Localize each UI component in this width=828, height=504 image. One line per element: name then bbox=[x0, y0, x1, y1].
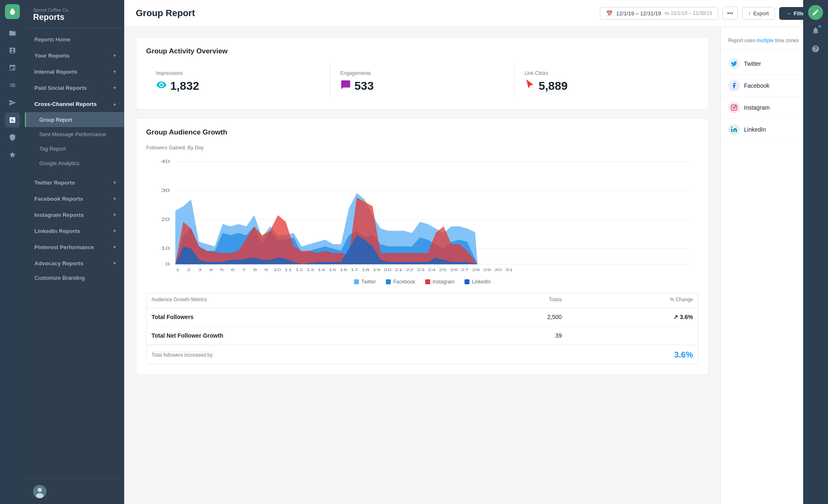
metric-total-net: 39 bbox=[470, 326, 567, 345]
sidebar-item-pinterest[interactable]: Pinterest Performance ▾ bbox=[25, 238, 124, 254]
help-button[interactable] bbox=[808, 41, 823, 56]
app-logo[interactable] bbox=[5, 4, 20, 19]
svg-text:28: 28 bbox=[472, 267, 480, 272]
sidebar-item-your-reports[interactable]: Your Reports ▾ bbox=[25, 47, 124, 63]
chevron-icon: ▾ bbox=[113, 85, 116, 91]
sidebar-item-facebook-reports[interactable]: Facebook Reports ▾ bbox=[25, 190, 124, 206]
engagements-stat: Engagements 533 bbox=[330, 64, 515, 99]
chevron-icon: ▾ bbox=[113, 180, 116, 185]
notification-badge bbox=[818, 25, 821, 28]
legend-linkedin-dot bbox=[465, 279, 469, 284]
user-avatar[interactable] bbox=[33, 485, 46, 498]
stats-row: Impressions 1,832 Engagements bbox=[146, 64, 698, 99]
clicks-label: Link Clicks bbox=[525, 70, 688, 76]
sidebar-item-linkedin-reports[interactable]: LinkedIn Reports ▾ bbox=[25, 222, 124, 238]
svg-text:12: 12 bbox=[295, 267, 303, 272]
svg-text:29: 29 bbox=[483, 267, 491, 272]
rail-folder-icon[interactable] bbox=[5, 26, 20, 41]
page-title: Group Report bbox=[136, 8, 195, 19]
date-range-button[interactable]: 📅 12/1/19 – 12/31/19 vs 11/1/19 – 11/30/… bbox=[600, 7, 718, 20]
notifications-button[interactable] bbox=[808, 23, 823, 38]
sidebar-item-twitter-reports[interactable]: Twitter Reports ▾ bbox=[25, 174, 124, 190]
legend-facebook: Facebook bbox=[386, 279, 415, 285]
legend-twitter-dot bbox=[354, 279, 359, 284]
sidebar-item-google-analytics[interactable]: Google Analytics bbox=[25, 156, 124, 170]
sidebar-item-group-report[interactable]: Group Report bbox=[25, 113, 124, 127]
chevron-icon: ▴ bbox=[113, 101, 116, 107]
svg-point-1 bbox=[38, 488, 42, 492]
rail-pin-icon[interactable] bbox=[5, 60, 20, 75]
chevron-icon: ▾ bbox=[113, 212, 116, 218]
export-button[interactable]: ↑ Export bbox=[742, 7, 775, 20]
metric-name-followers: Total Followers bbox=[147, 308, 470, 326]
rail-chart-icon[interactable] bbox=[5, 113, 20, 127]
header-actions: 📅 12/1/19 – 12/31/19 vs 11/1/19 – 11/30/… bbox=[600, 7, 816, 20]
clicks-icon bbox=[525, 79, 535, 93]
svg-text:22: 22 bbox=[406, 267, 414, 272]
sidebar-item-sent-message[interactable]: Sent Message Performance bbox=[25, 127, 124, 142]
svg-text:23: 23 bbox=[417, 267, 425, 272]
svg-text:2: 2 bbox=[187, 267, 191, 272]
content-area: Group Activity Overview Impressions 1,83… bbox=[124, 27, 720, 504]
icon-rail bbox=[0, 0, 25, 504]
more-options-button[interactable]: ••• bbox=[722, 7, 738, 20]
col3-header: % Change bbox=[567, 293, 698, 308]
sidebar-item-advocacy[interactable]: Advocacy Reports ▾ bbox=[25, 254, 124, 271]
svg-text:30: 30 bbox=[161, 188, 170, 193]
rail-list-icon[interactable] bbox=[5, 78, 20, 93]
sidebar-item-internal-reports[interactable]: Internal Reports ▾ bbox=[25, 63, 124, 79]
svg-text:3: 3 bbox=[198, 267, 202, 272]
impressions-value: 1,832 bbox=[156, 79, 320, 93]
sidebar-item-paid-social[interactable]: Paid Social Reports ▾ bbox=[25, 79, 124, 95]
svg-text:13: 13 bbox=[306, 267, 314, 272]
rail-star-icon[interactable] bbox=[5, 147, 20, 162]
main-content: Group Report 📅 12/1/19 – 12/31/19 vs 11/… bbox=[124, 0, 828, 504]
svg-text:8: 8 bbox=[253, 267, 257, 272]
sidebar-item-tag-report[interactable]: Tag Report bbox=[25, 142, 124, 156]
svg-point-2 bbox=[36, 493, 43, 498]
svg-text:20: 20 bbox=[161, 217, 170, 222]
svg-text:5: 5 bbox=[220, 267, 224, 272]
legend-instagram: Instagram bbox=[425, 279, 455, 285]
col1-header: Audience Growth Metrics bbox=[147, 293, 470, 308]
svg-text:24: 24 bbox=[428, 267, 436, 272]
activity-card-title: Group Activity Overview bbox=[146, 47, 698, 55]
instagram-name: Instagram bbox=[744, 104, 770, 111]
sidebar-item-customize[interactable]: Customize Branding bbox=[25, 271, 124, 285]
svg-text:14: 14 bbox=[318, 267, 325, 272]
sidebar-header: Sprout Coffee Co. Reports bbox=[25, 0, 124, 28]
linkedin-platform-icon bbox=[728, 124, 740, 135]
legend-facebook-dot bbox=[386, 279, 391, 284]
multiple-timezones-link[interactable]: multiple bbox=[756, 38, 773, 43]
impressions-stat: Impressions 1,832 bbox=[146, 64, 330, 99]
clicks-value: 5,889 bbox=[525, 79, 688, 93]
metric-change-net bbox=[567, 326, 698, 345]
svg-text:Dec: Dec bbox=[171, 272, 184, 273]
svg-text:0: 0 bbox=[166, 262, 170, 266]
engagements-label: Engagements bbox=[340, 70, 504, 76]
engagements-value: 533 bbox=[340, 79, 504, 93]
sidebar-item-reports-home[interactable]: Reports Home bbox=[25, 32, 124, 47]
rail-badge-icon[interactable] bbox=[5, 130, 20, 145]
facebook-name: Facebook bbox=[744, 82, 769, 89]
col2-header: Totals bbox=[470, 293, 567, 308]
chevron-icon: ▾ bbox=[113, 196, 116, 202]
svg-text:11: 11 bbox=[284, 267, 292, 272]
svg-text:6: 6 bbox=[231, 267, 235, 272]
svg-text:15: 15 bbox=[328, 267, 336, 272]
metrics-table-container: Audience Growth Metrics Totals % Change … bbox=[146, 293, 698, 365]
sidebar-item-cross-channel[interactable]: Cross-Channel Reports ▴ bbox=[25, 95, 124, 113]
export-icon: ↑ bbox=[748, 10, 751, 17]
svg-text:20: 20 bbox=[384, 267, 392, 272]
compose-button[interactable] bbox=[808, 5, 823, 20]
rail-inbox-icon[interactable] bbox=[5, 43, 20, 58]
app-title: Reports bbox=[33, 12, 116, 22]
instagram-platform-icon bbox=[728, 102, 740, 113]
metrics-note-value: 3.6% bbox=[674, 349, 693, 360]
sidebar-item-instagram-reports[interactable]: Instagram Reports ▾ bbox=[25, 206, 124, 222]
svg-text:10: 10 bbox=[273, 267, 281, 272]
platform-twitter-left: Twitter bbox=[728, 58, 761, 70]
svg-text:30: 30 bbox=[494, 267, 502, 272]
engagements-icon bbox=[340, 79, 351, 93]
rail-send-icon[interactable] bbox=[5, 95, 20, 110]
